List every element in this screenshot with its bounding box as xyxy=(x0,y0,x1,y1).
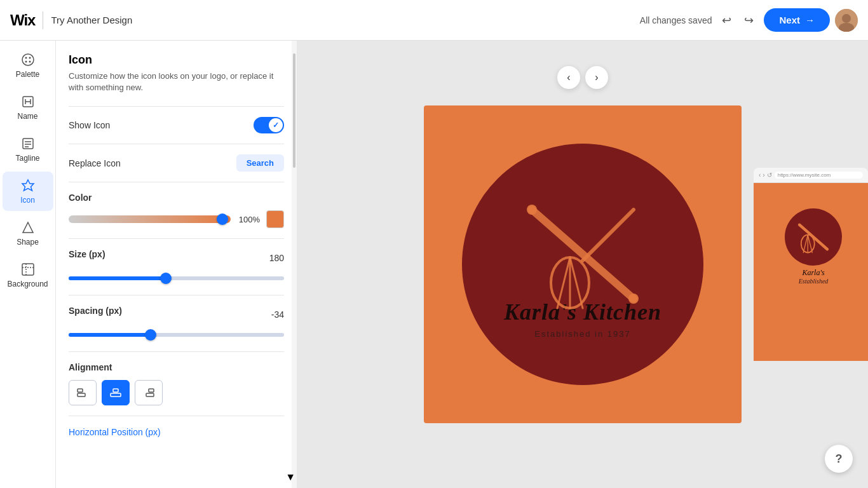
sidebar-item-background[interactable]: Background xyxy=(3,255,53,295)
svg-line-37 xyxy=(803,235,808,253)
palette-label: Palette xyxy=(16,70,39,79)
scroll-down-arrow[interactable]: ▼ xyxy=(285,471,295,483)
icon-icon xyxy=(20,178,36,193)
horizontal-position-section: Horizontal Position (px) xyxy=(69,426,284,438)
horizontal-position-label: Horizontal Position (px) xyxy=(69,427,161,437)
browser-brand-name: Karla's xyxy=(802,268,824,278)
redo-button[interactable]: ↪ xyxy=(739,11,759,30)
undo-button[interactable]: ↩ xyxy=(717,11,736,30)
align-center-icon xyxy=(109,386,122,399)
spacing-label-row: Spacing (px) -34 xyxy=(69,306,284,323)
user-avatar[interactable] xyxy=(835,9,858,32)
alignment-row xyxy=(69,380,284,405)
svg-line-32 xyxy=(570,257,583,308)
logo-circle: Karla's Kitchen Established in 1937 xyxy=(462,144,703,385)
replace-icon-label: Replace Icon xyxy=(69,158,121,168)
spacing-section: Spacing (px) -34 xyxy=(69,306,284,341)
divider-2 xyxy=(69,144,284,144)
color-slider-track[interactable] xyxy=(69,215,231,223)
align-right-button[interactable] xyxy=(135,380,163,405)
panel-description: Customize how the icon looks on your log… xyxy=(69,71,284,93)
svg-marker-17 xyxy=(23,222,33,233)
svg-rect-22 xyxy=(78,393,85,396)
color-slider-thumb xyxy=(217,214,228,225)
name-icon xyxy=(20,94,36,109)
browser-nav-buttons: ‹ › ↺ xyxy=(759,172,772,179)
next-design-button[interactable]: › xyxy=(585,66,608,89)
browser-content: Karla's Established xyxy=(754,183,868,361)
browser-toolbar: ‹ › ↺ https://www.mysite.com xyxy=(754,168,868,183)
spacing-slider-container[interactable] xyxy=(69,329,284,341)
svg-rect-18 xyxy=(22,264,34,275)
svg-point-33 xyxy=(527,205,537,215)
replace-icon-row: Replace Icon Search xyxy=(69,154,284,172)
browser-logo-preview: Karla's Established xyxy=(754,183,868,361)
show-icon-row: Show Icon xyxy=(69,117,284,133)
tagline-text: Established in 1937 xyxy=(534,329,630,339)
svg-point-4 xyxy=(25,57,27,59)
browser-logo-circle xyxy=(785,208,842,266)
divider-5 xyxy=(69,295,284,295)
scroll-thumb[interactable] xyxy=(293,53,295,168)
svg-rect-24 xyxy=(111,393,121,396)
show-icon-label: Show Icon xyxy=(69,120,110,130)
divider-3 xyxy=(69,182,284,182)
color-label: Color xyxy=(69,193,284,203)
svg-line-30 xyxy=(557,257,570,308)
divider-1 xyxy=(69,106,284,107)
scroll-track: ▼ xyxy=(292,41,297,488)
align-center-button[interactable] xyxy=(102,380,130,405)
size-label-row: Size (px) 180 xyxy=(69,249,284,267)
svg-line-39 xyxy=(808,235,812,253)
size-slider-track xyxy=(69,276,284,280)
browser-brand-name2: Established xyxy=(799,278,829,285)
svg-marker-16 xyxy=(22,180,34,191)
background-label: Background xyxy=(7,280,48,288)
search-button[interactable]: Search xyxy=(236,154,284,172)
svg-rect-23 xyxy=(113,389,118,392)
size-slider-knob[interactable] xyxy=(160,273,172,284)
undo-redo-group: ↩ ↪ xyxy=(717,11,759,30)
show-icon-toggle[interactable] xyxy=(254,117,284,133)
svg-point-5 xyxy=(29,57,31,59)
icon-sidebar: Palette Name Tagline Icon xyxy=(0,41,56,488)
icon-label: Icon xyxy=(20,196,35,205)
sidebar-item-tagline[interactable]: Tagline xyxy=(3,130,53,169)
alignment-label: Alignment xyxy=(69,362,284,372)
next-button[interactable]: Next → xyxy=(764,8,830,32)
svg-rect-21 xyxy=(78,389,83,392)
app-header: Wix Try Another Design All changes saved… xyxy=(0,0,868,41)
color-swatch[interactable] xyxy=(266,210,284,228)
align-left-icon xyxy=(76,386,89,399)
size-label: Size (px) xyxy=(69,249,105,259)
logo-preview: Karla's Kitchen Established in 1937 xyxy=(424,105,742,423)
header-left: Wix Try Another Design xyxy=(10,11,132,29)
svg-rect-25 xyxy=(149,389,154,392)
sidebar-item-name[interactable]: Name xyxy=(3,88,53,127)
prev-design-button[interactable]: ‹ xyxy=(557,66,580,89)
size-slider-container[interactable] xyxy=(69,272,284,285)
spacing-slider-knob[interactable] xyxy=(145,329,156,341)
svg-line-28 xyxy=(583,210,634,261)
svg-point-34 xyxy=(628,294,639,304)
divider-6 xyxy=(69,351,284,352)
sidebar-item-shape[interactable]: Shape xyxy=(3,214,53,253)
align-left-button[interactable] xyxy=(69,380,97,405)
help-button[interactable]: ? xyxy=(825,445,853,473)
settings-panel: Icon Customize how the icon looks on you… xyxy=(56,41,297,488)
sidebar-item-palette[interactable]: Palette xyxy=(3,46,53,85)
sidebar-item-icon[interactable]: Icon xyxy=(3,172,53,211)
nav-arrows: ‹ › xyxy=(557,66,608,89)
color-row: 100% xyxy=(69,210,284,228)
size-section: Size (px) 180 xyxy=(69,249,284,285)
spacing-slider-fill xyxy=(69,333,151,337)
wix-logo: Wix xyxy=(10,11,35,29)
spacing-value: -34 xyxy=(259,309,284,320)
panel-title: Icon xyxy=(69,53,284,67)
browser-preview: ‹ › ↺ https://www.mysite.com xyxy=(754,168,868,361)
kitchen-tools-icon xyxy=(494,191,672,318)
tagline-label: Tagline xyxy=(15,154,39,163)
avatar-image xyxy=(835,9,858,32)
name-label: Name xyxy=(17,112,37,121)
svg-point-1 xyxy=(842,14,851,23)
